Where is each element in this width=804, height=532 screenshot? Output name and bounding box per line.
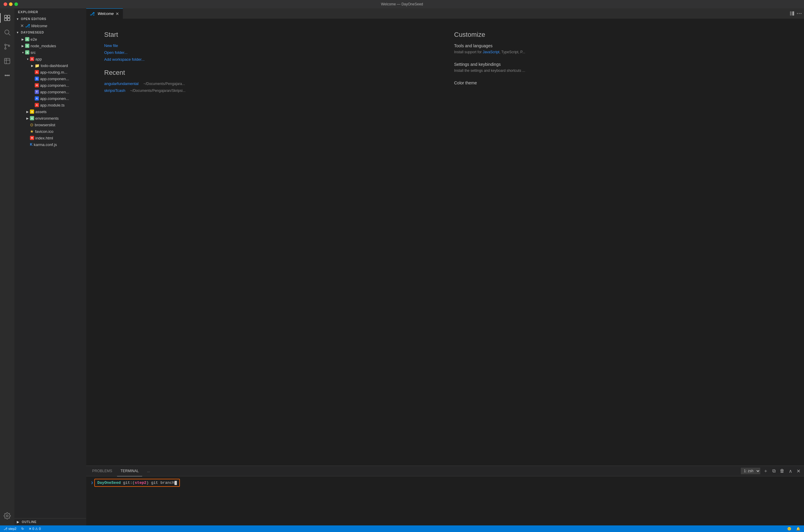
tree-label-environments: environments xyxy=(35,116,59,120)
tree-label-assets: assets xyxy=(35,110,47,114)
terminal-panel: PROBLEMS TERMINAL ... 1: zsh ＋ ⧉ 🗑 ∧ ✕ xyxy=(86,466,804,526)
folder-app-icon: A xyxy=(30,57,34,61)
status-sync[interactable]: ↻ xyxy=(20,526,25,532)
recent-link-skripsi[interactable]: skripsiTcash xyxy=(104,88,126,93)
term-cmd: git branch xyxy=(151,480,174,485)
html-file-icon: H xyxy=(30,136,34,140)
arrow-todo-icon: ▶ xyxy=(30,63,35,68)
ts-icon: A xyxy=(35,96,39,100)
tree-item-app[interactable]: ▾ A app xyxy=(14,56,86,62)
sync-icon: ↻ xyxy=(21,527,24,531)
recent-link-angular[interactable]: angularfundamental xyxy=(104,81,138,86)
html-icon: H xyxy=(35,83,39,88)
more-actions-icon[interactable] xyxy=(797,11,802,16)
terminal-body[interactable]: ❯ DayOneSeed git:(step2) git branch xyxy=(86,476,804,526)
open-folder-link[interactable]: Open folder... xyxy=(104,50,436,55)
activity-item-extensions[interactable] xyxy=(0,54,14,68)
outline-header[interactable]: ▶ OUTLINE xyxy=(14,518,86,526)
tree-item-src[interactable]: ▾ s src xyxy=(14,49,86,56)
shell-selector[interactable]: 1: zsh xyxy=(741,468,760,474)
explorer-title: EXPLORER xyxy=(18,10,38,14)
tree-item-assets[interactable]: ▶ a assets xyxy=(14,108,86,115)
tree-item-app-module[interactable]: ▶ A app.module.ts xyxy=(14,102,86,108)
tree-item-node-modules[interactable]: ▶ n node_modules xyxy=(14,42,86,49)
favicon-icon: ★ xyxy=(30,129,34,134)
svg-point-19 xyxy=(801,13,802,14)
tab-vscode-icon: ⎇ xyxy=(90,12,95,16)
open-editor-welcome[interactable]: ✕ ⎇ Welcome xyxy=(14,22,86,29)
open-editors-label: OPEN EDITORS xyxy=(21,17,46,21)
tree-item-favicon[interactable]: ▶ ★ favicon.ico xyxy=(14,128,86,135)
activity-item-settings[interactable] xyxy=(0,509,14,523)
settings-title: Settings and keybindings xyxy=(454,62,786,67)
minimize-button[interactable] xyxy=(9,2,13,6)
recent-path-skripsi: ~/Documents/Pengajaran/Skripsi... xyxy=(130,89,186,93)
prompt-icon: ❯ xyxy=(91,480,93,485)
window-controls xyxy=(4,2,18,6)
recent-item-angular: angularfundamental ~/Documents/Pengajara… xyxy=(104,81,436,86)
status-right: 🙂 🔔 xyxy=(786,526,802,532)
svg-point-6 xyxy=(5,44,6,46)
tree-item-environments[interactable]: ▶ e environments xyxy=(14,115,86,121)
activity-item-remote[interactable] xyxy=(0,68,14,82)
welcome-left-column: Start New file Open folder... Add worksp… xyxy=(104,31,436,454)
svg-point-4 xyxy=(5,30,9,34)
close-welcome-icon[interactable]: ✕ xyxy=(20,23,24,28)
open-editors-header[interactable]: ▾ OPEN EDITORS xyxy=(14,16,86,22)
vscode-icon: ⎇ xyxy=(25,23,30,28)
folder-todo-icon: 📁 xyxy=(35,63,39,68)
tab-more[interactable]: ... xyxy=(143,466,153,476)
maximize-panel-button[interactable]: ∧ xyxy=(787,468,793,475)
tab-problems[interactable]: PROBLEMS xyxy=(89,466,116,476)
tree-label-node-modules: node_modules xyxy=(31,44,56,48)
angular-icon: A xyxy=(35,70,39,74)
tab-welcome[interactable]: ⎇ Welcome ✕ xyxy=(86,8,123,19)
tree-item-app-css[interactable]: ▶ S app.componen... xyxy=(14,75,86,82)
tree-item-app-spec[interactable]: ▶ T app.componen... xyxy=(14,89,86,95)
tree-label-karma: karma.conf.js xyxy=(34,142,57,147)
tree-item-e2e[interactable]: ▶ e e2e xyxy=(14,36,86,42)
kill-terminal-button[interactable]: 🗑 xyxy=(779,468,786,474)
tree-label-src: src xyxy=(31,50,36,55)
project-header[interactable]: ▾ DAYONESEED xyxy=(14,29,86,36)
tree-item-todo[interactable]: ▶ 📁 todo-dashboard xyxy=(14,62,86,69)
maximize-button[interactable] xyxy=(14,2,18,6)
branch-icon: ⎇ xyxy=(4,527,7,531)
activity-item-explorer[interactable] xyxy=(0,11,14,25)
tree-item-index[interactable]: ▶ H index.html xyxy=(14,135,86,141)
split-editor-icon[interactable] xyxy=(790,11,794,16)
tree-item-app-html[interactable]: ▶ H app.componen... xyxy=(14,82,86,89)
tree-item-app-routing[interactable]: ▶ A app-routing.m... xyxy=(14,69,86,75)
folder-src-icon: s xyxy=(25,50,29,55)
status-branch[interactable]: ⎇ step2 xyxy=(2,526,18,532)
editor-area: ⎇ Welcome ✕ Start New file Open folder..… xyxy=(86,8,804,526)
tab-close-icon[interactable]: ✕ xyxy=(115,12,119,16)
problems-label: PROBLEMS xyxy=(92,469,112,473)
tab-terminal[interactable]: TERMINAL xyxy=(117,466,143,476)
spec-icon: T xyxy=(35,90,39,94)
settings-desc: Install the settings and keyboard shortc… xyxy=(454,68,786,73)
outline-section: ▶ OUTLINE xyxy=(14,518,86,526)
status-smiley[interactable]: 🙂 xyxy=(786,526,792,532)
theme-title: Color theme xyxy=(454,80,786,85)
split-terminal-button[interactable]: ⧉ xyxy=(771,468,777,474)
activity-item-git[interactable] xyxy=(0,39,14,54)
svg-rect-16 xyxy=(792,12,794,16)
activity-item-search[interactable] xyxy=(0,25,14,39)
close-button[interactable] xyxy=(4,2,7,6)
tree-label-todo: todo-dashboard xyxy=(41,63,68,68)
title-bar: Welcome — DayOneSeed xyxy=(0,0,804,8)
close-panel-button[interactable]: ✕ xyxy=(795,468,802,475)
js-link[interactable]: JavaScript xyxy=(483,50,499,54)
tree-item-browserslist[interactable]: ▶ ⊙ browserslist xyxy=(14,121,86,128)
status-bell[interactable]: 🔔 xyxy=(795,526,802,532)
add-workspace-link[interactable]: Add workspace folder... xyxy=(104,57,436,62)
explorer-header[interactable]: EXPLORER xyxy=(14,8,86,16)
tree-item-app-ts[interactable]: ▶ A app.componen... xyxy=(14,95,86,102)
folder-assets-icon: a xyxy=(30,110,34,114)
bell-icon: 🔔 xyxy=(796,527,800,531)
tree-item-karma[interactable]: ▶ K karma.conf.js xyxy=(14,141,86,148)
new-terminal-button[interactable]: ＋ xyxy=(762,468,769,475)
status-errors[interactable]: ✕ 0 ⚠ 0 xyxy=(27,526,42,532)
new-file-link[interactable]: New file xyxy=(104,43,436,48)
